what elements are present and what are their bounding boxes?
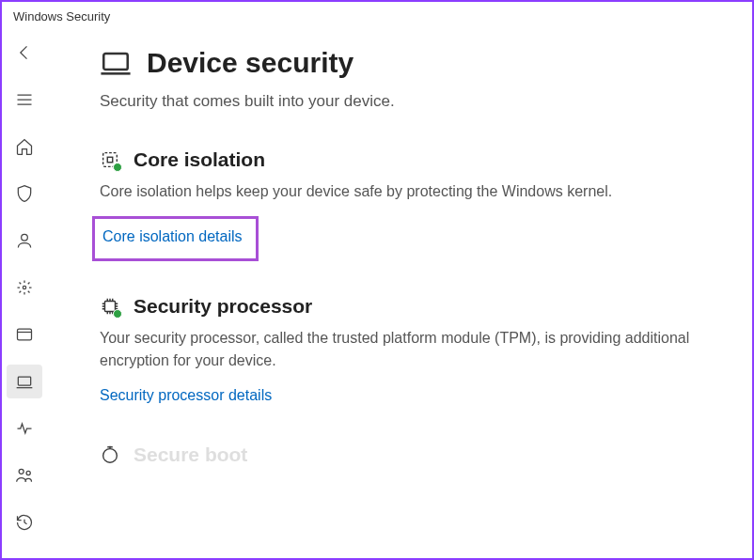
sidebar-item-family[interactable] [7, 459, 42, 492]
window-title: Windows Security [13, 9, 110, 23]
menu-button[interactable] [7, 83, 42, 117]
svg-rect-6 [103, 54, 128, 70]
family-icon [15, 466, 34, 485]
firewall-icon [15, 278, 34, 297]
svg-point-10 [103, 449, 118, 463]
home-icon [15, 137, 34, 156]
back-button[interactable] [7, 36, 42, 70]
svg-point-0 [22, 234, 28, 241]
sidebar-item-virus[interactable] [7, 177, 42, 210]
account-icon [15, 231, 34, 250]
sidebar-item-home[interactable] [7, 130, 42, 163]
svg-rect-2 [18, 329, 32, 340]
highlight-annotation: Core isolation details [92, 216, 259, 261]
core-isolation-icon [100, 149, 120, 170]
svg-rect-3 [18, 377, 30, 385]
history-icon [15, 513, 34, 532]
svg-point-1 [23, 286, 25, 288]
core-isolation-details-link[interactable]: Core isolation details [102, 223, 243, 251]
status-ok-icon [113, 309, 122, 319]
status-ok-icon [113, 163, 122, 172]
sidebar-item-firewall[interactable] [7, 271, 42, 304]
main-content: Device security Security that comes buil… [47, 30, 752, 558]
page-subtitle: Security that comes built into your devi… [100, 92, 715, 111]
secure-boot-title: Secure boot [134, 443, 247, 466]
security-processor-icon [100, 296, 120, 317]
back-arrow-icon [15, 43, 34, 62]
secure-boot-section-partial: Secure boot [100, 443, 715, 466]
page-title: Device security [147, 47, 353, 79]
page-header: Device security [100, 47, 715, 79]
sidebar-item-history[interactable] [7, 506, 42, 539]
sidebar-item-app-browser[interactable] [7, 318, 42, 351]
sidebar-item-device-security[interactable] [7, 365, 42, 398]
svg-point-5 [26, 471, 30, 474]
security-processor-section: Security processor Your security process… [100, 295, 715, 410]
hamburger-icon [15, 90, 34, 109]
security-processor-desc: Your security processor, called the trus… [100, 327, 715, 372]
core-isolation-section: Core isolation Core isolation helps keep… [100, 148, 715, 261]
secure-boot-icon [100, 444, 120, 465]
heartbeat-icon [15, 419, 34, 438]
core-isolation-desc: Core isolation helps keep your device sa… [100, 180, 715, 203]
device-security-page-icon [100, 47, 132, 79]
sidebar-item-account[interactable] [7, 224, 42, 257]
sidebar-item-device-performance[interactable] [7, 412, 42, 445]
core-isolation-title: Core isolation [134, 148, 265, 171]
security-processor-details-link[interactable]: Security processor details [100, 381, 272, 410]
app-browser-icon [15, 325, 34, 344]
svg-rect-8 [107, 157, 113, 163]
window-titlebar: Windows Security [2, 2, 752, 30]
security-processor-title: Security processor [134, 295, 312, 318]
laptop-icon [15, 372, 34, 391]
shield-icon [15, 184, 34, 203]
sidebar [2, 30, 47, 558]
svg-point-4 [19, 469, 24, 474]
